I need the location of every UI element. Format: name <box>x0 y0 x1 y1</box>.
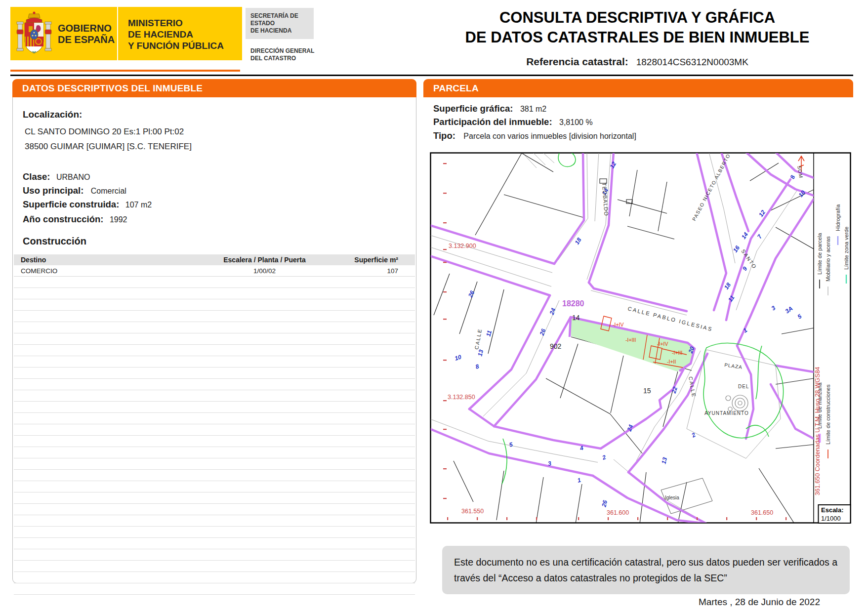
address-line2: 38500 GUIMAR [GUIMAR] [S.C. TENERIFE] <box>25 142 192 152</box>
legend-item-label: Límite zona verde <box>843 227 849 270</box>
cadastral-map: 18280 1490215 12141826242611131082022121… <box>430 152 851 526</box>
localizacion-label: Localización: <box>23 109 82 120</box>
document-title: CONSULTA DESCRIPTIVA Y GRÁFICA DE DATOS … <box>445 8 830 47</box>
scale-value: 1/1000 <box>821 515 841 522</box>
utm-note-label: 361.650 Coordenadas U.T.M. Huso 28 WGS84 <box>814 367 821 495</box>
table-empty-row <box>14 333 415 345</box>
scale-box: Escala: 1/1000 <box>819 505 851 523</box>
table-empty-row <box>14 492 415 504</box>
coordinate-tick <box>697 517 698 520</box>
table-empty-row <box>14 504 415 515</box>
referencia-row: Referencia catastral: 1828014CS6312N0003… <box>445 56 830 68</box>
table-empty-row <box>14 390 415 402</box>
table-empty-row <box>14 538 415 549</box>
table-empty-row <box>14 447 415 458</box>
coordinate-tick <box>726 517 727 520</box>
table-empty-row <box>14 299 415 311</box>
col-superficie: Superficie m² <box>327 254 415 265</box>
coordinate-tick <box>785 517 786 520</box>
coordinate-tick <box>443 400 447 401</box>
disclaimer-box: Este documento no es una certificación c… <box>442 546 850 594</box>
legend-item-label: Límite de parcela <box>817 233 823 275</box>
table-empty-row <box>14 322 415 333</box>
gobierno-label: GOBIERNO DE ESPAÑA <box>58 23 115 45</box>
table-empty-row <box>14 515 415 527</box>
coordinate-tick <box>443 163 447 164</box>
table-empty-row <box>14 527 415 538</box>
referencia-value: 1828014CS6312N0003MK <box>636 57 748 68</box>
coordinate-tick <box>608 517 609 520</box>
field-anio: Año construcción: 1992 <box>23 214 127 225</box>
table-empty-row <box>14 549 415 561</box>
col-destino: Destino <box>14 254 203 265</box>
table-empty-row <box>14 345 415 356</box>
direccion-label: DIRECCIÓN GENERAL DEL CATASTRO <box>250 47 314 62</box>
address-line1: CL SANTO DOMINGO 20 Es:1 Pl:00 Pt:02 <box>25 127 184 137</box>
construction-height-label: -I+III <box>672 350 682 356</box>
field-uso: Uso principal: Comercial <box>23 185 126 196</box>
date-label: Martes , 28 de Junio de 2022 <box>453 597 820 608</box>
left-panel: DATOS DESCRIPTIVOS DEL INMUEBLE Localiza… <box>12 79 416 583</box>
utm-coordinate-label: 361.650 <box>751 509 773 516</box>
coordinate-tick <box>443 429 447 430</box>
construction-height-label: -I+II <box>667 359 676 365</box>
spain-coat-of-arms-icon <box>16 11 52 58</box>
coordinate-tick <box>447 517 448 520</box>
coordinate-tick <box>443 498 447 499</box>
utm-coordinate-label: 3.132.900 <box>449 243 476 249</box>
left-panel-title: DATOS DESCRIPTIVOS DEL INMUEBLE <box>12 79 416 97</box>
construction-height-label: -I+III <box>625 337 636 343</box>
secretaria-box: SECRETARÍA DE ESTADO DE HACIENDA <box>246 8 314 39</box>
coordinate-tick <box>477 517 478 520</box>
left-panel-box: Localización: CL SANTO DOMINGO 20 Es:1 P… <box>12 97 416 583</box>
table-empty-row <box>14 379 415 390</box>
table-empty-row <box>14 470 415 481</box>
construction-table-body: COMERCIO 1/00/02 107 <box>14 265 415 595</box>
ministerio-label: MINISTERIO DE HACIENDA Y FUNCIÓN PÚBLICA <box>128 17 224 51</box>
table-empty-row <box>14 436 415 447</box>
parcel-number-label: 902 <box>550 342 562 350</box>
field-superficie-grafica: Superficie gráfica: 381 m2 <box>433 103 546 114</box>
coordinate-tick <box>443 319 447 320</box>
coordinate-tick <box>443 360 447 361</box>
utm-coordinate-label: 3.132.850 <box>448 394 475 401</box>
street-name-label: Iglesia <box>665 495 679 500</box>
coordinate-tick <box>443 291 447 292</box>
construction-table: Destino Escalera / Planta / Puerta Super… <box>14 254 415 595</box>
legend-item-label: Mobiliario y aceras <box>825 236 831 282</box>
scale-label: Escala: <box>821 506 844 514</box>
utm-coordinate-label: 361.600 <box>607 509 629 516</box>
col-escalera: Escalera / Planta / Puerta <box>203 254 327 265</box>
field-clase: Clase: URBANO <box>23 171 90 182</box>
header-orange-strip <box>10 70 240 72</box>
right-panel: PARCELA Superficie gráfica: 381 m2 Parti… <box>423 79 853 613</box>
table-empty-row <box>14 368 415 379</box>
table-row: COMERCIO 1/00/02 107 <box>14 265 415 277</box>
table-empty-row <box>14 572 415 583</box>
street-name-label: AYUNTAMIENTO <box>704 410 749 416</box>
coordinate-tick <box>667 517 668 520</box>
construccion-title: Construcción <box>23 236 86 247</box>
table-empty-row <box>14 583 415 595</box>
street-name-label: DEL <box>738 384 749 389</box>
block-number-label: 18280 <box>562 299 584 308</box>
table-empty-row <box>14 288 415 299</box>
coordinate-tick <box>637 517 638 520</box>
field-participacion: Participación del inmueble: 3,8100 % <box>433 117 593 127</box>
table-empty-row <box>14 458 415 470</box>
construction-height-label: -I+IV <box>657 341 668 347</box>
legend-item-label: Límite de construcciones <box>825 384 831 445</box>
table-empty-row <box>14 402 415 413</box>
field-tipo: Tipo: Parcela con varios inmuebles [divi… <box>433 130 636 141</box>
table-header-row: Destino Escalera / Planta / Puerta Super… <box>14 254 415 265</box>
parcel-number-label: 14 <box>572 314 580 322</box>
coordinate-tick <box>443 249 447 250</box>
table-empty-row <box>14 277 415 288</box>
coordinate-tick <box>506 517 507 520</box>
table-empty-row <box>14 481 415 492</box>
table-empty-row <box>14 424 415 436</box>
coordinate-tick <box>756 517 757 520</box>
table-empty-row <box>14 413 415 424</box>
table-empty-row <box>14 561 415 572</box>
legend-item-label: Hidrografía <box>835 204 841 231</box>
